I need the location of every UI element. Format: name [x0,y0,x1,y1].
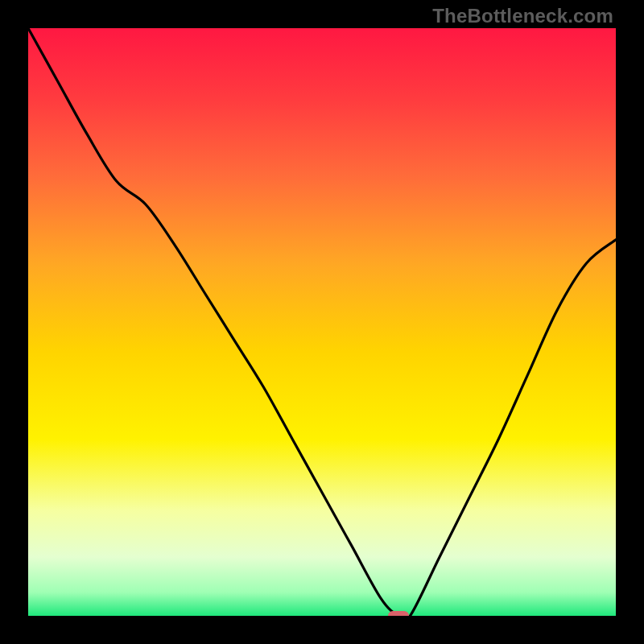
bottleneck-curve [28,28,616,616]
plot-area [28,28,616,616]
watermark-text: TheBottleneck.com [432,5,613,27]
optimal-marker [388,611,409,616]
chart-container: TheBottleneck.com [0,0,644,644]
